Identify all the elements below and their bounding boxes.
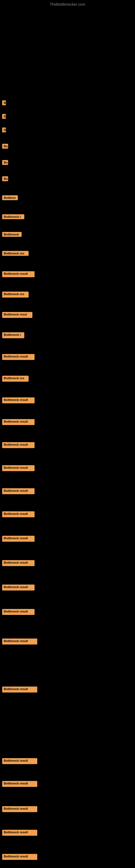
- bottleneck-result-label: Bottleneck result: [2, 354, 35, 360]
- bottleneck-result-label: Bottleneck result: [2, 536, 35, 542]
- bottleneck-result-label: Bottleneck result: [2, 806, 37, 812]
- bottleneck-result-label: Bottleneck result: [2, 271, 35, 277]
- bottleneck-result-label: Bottleneck result: [2, 419, 35, 425]
- bottleneck-result-label: Bottleneck result: [2, 686, 37, 692]
- bottleneck-result-label: Bottleneck res: [2, 291, 29, 298]
- site-title: TheBottlenecker.com: [50, 2, 85, 6]
- bottleneck-result-label: B: [2, 127, 6, 132]
- bottleneck-result-label: Bottleneck result: [2, 639, 37, 645]
- bottleneck-result-label: Bottleneck r: [2, 332, 24, 338]
- bottleneck-result-label: Bottlene: [2, 195, 18, 200]
- bottleneck-result-label: Bo: [2, 176, 8, 181]
- bottleneck-result-label: Bottleneck result: [2, 609, 35, 615]
- bottleneck-result-label: B: [2, 114, 6, 119]
- bottleneck-result-label: Bottleneck result: [2, 830, 37, 836]
- bottleneck-result-label: Bo: [2, 160, 8, 165]
- bottleneck-result-label: Bottleneck res: [2, 376, 29, 382]
- bottleneck-result-label: Bo: [2, 144, 8, 149]
- bottleneck-result-label: Bottleneck result: [2, 465, 35, 471]
- bottleneck-result-label: Bottleneck: [2, 232, 21, 237]
- bottleneck-result-label: Bottleneck result: [2, 442, 35, 448]
- bottleneck-result-label: Bottleneck resul: [2, 312, 32, 318]
- bottleneck-result-label: Bottleneck result: [2, 560, 35, 566]
- bottleneck-result-label: Bottleneck result: [2, 781, 37, 787]
- bottleneck-result-label: Bottleneck result: [2, 488, 35, 494]
- bottleneck-result-label: Bottleneck result: [2, 511, 35, 517]
- bottleneck-result-label: Bottleneck result: [2, 397, 35, 403]
- bottleneck-result-label: Bottleneck res: [2, 251, 29, 256]
- bottleneck-result-label: Bottleneck result: [2, 854, 37, 860]
- bottleneck-result-label: Bottleneck result: [2, 758, 37, 764]
- bottleneck-result-label: Bottleneck r: [2, 214, 24, 219]
- bottleneck-result-label: B: [2, 100, 6, 105]
- bottleneck-result-label: Bottleneck result: [2, 585, 35, 590]
